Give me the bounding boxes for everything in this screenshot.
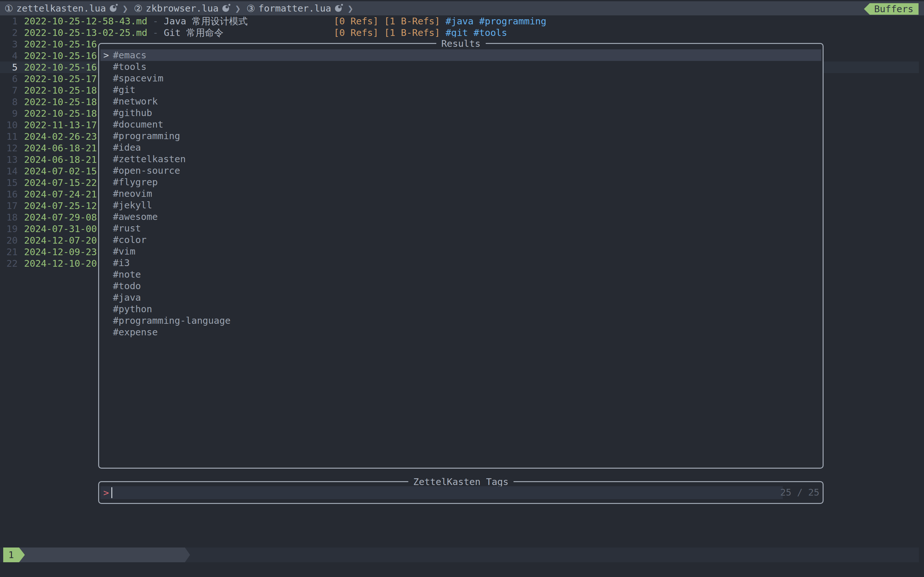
tag-result-item[interactable]: #spacevim: [100, 73, 821, 84]
results-panel: Results >#emacs#tools#spacevim#git#netwo…: [98, 43, 824, 469]
gutter-gap: [18, 61, 24, 73]
tag-label: #programming-language: [113, 315, 231, 326]
lua-icon: [110, 5, 116, 12]
gutter-gap: [18, 165, 24, 177]
note-filename: 2024-07-31-00: [24, 223, 97, 235]
tag-result-item[interactable]: #vim: [100, 245, 821, 257]
tag-label: #expense: [113, 327, 158, 338]
tab-ordinal: ②: [134, 3, 142, 14]
line-number: 9: [0, 108, 18, 119]
tab-number: 1: [8, 550, 14, 560]
tag-result-item[interactable]: #note: [100, 269, 821, 280]
line-number: 3: [0, 39, 18, 50]
chevron-right-icon: ❯: [122, 3, 128, 14]
tag-label: #github: [113, 107, 152, 118]
line-number: 20: [0, 235, 18, 246]
gutter-gap: [18, 142, 24, 154]
tag-label: #tools: [113, 61, 147, 72]
line-number: 16: [0, 189, 18, 200]
tag-result-item[interactable]: #awesome: [100, 211, 821, 222]
tag-result-item[interactable]: #programming-language: [100, 315, 821, 326]
search-input[interactable]: >: [100, 486, 783, 499]
tag-label: #vim: [113, 246, 136, 257]
tag-label: #todo: [113, 280, 141, 292]
tag-result-item[interactable]: #i3: [100, 257, 821, 269]
tag-result-item[interactable]: #jekyll: [100, 199, 821, 211]
note-meta: [0 Refs] [1 B-Refs]#java #programming: [334, 15, 546, 27]
gutter-gap: [18, 50, 24, 61]
tag-result-item[interactable]: #expense: [100, 326, 821, 338]
buffers-badge-label: Buffers: [874, 3, 913, 15]
gutter-gap: [18, 211, 24, 223]
buffers-badge[interactable]: Buffers: [864, 3, 919, 15]
chevron-right-icon: ❯: [235, 3, 241, 14]
tab-ordinal: ③: [246, 3, 255, 14]
line-number: 12: [0, 142, 18, 154]
line-number: 8: [0, 96, 18, 108]
note-filename: 2022-11-13-17: [24, 119, 97, 131]
tab-buffer-formatter.lua[interactable]: ③formatter.lua: [246, 3, 342, 14]
gutter-gap: [18, 73, 24, 85]
tag-result-item[interactable]: #document: [100, 119, 821, 130]
note-refs: [0 Refs] [1 B-Refs]: [334, 16, 440, 27]
note-filename: 2022-10-25-17: [24, 73, 97, 85]
tag-result-item[interactable]: #java: [100, 292, 821, 303]
tag-result-item[interactable]: #flygrep: [100, 176, 821, 188]
note-filename: 2024-12-10-20: [24, 258, 97, 269]
gutter-gap: [18, 85, 24, 96]
tag-result-item[interactable]: #color: [100, 234, 821, 245]
line-number: 11: [0, 131, 18, 142]
tag-result-item[interactable]: >#emacs: [100, 49, 821, 61]
tag-label: #network: [113, 96, 158, 107]
tab-ordinal: ①: [5, 3, 13, 14]
tag-label: #neovim: [113, 188, 152, 199]
results-list: >#emacs#tools#spacevim#git#network#githu…: [100, 49, 821, 338]
tag-result-item[interactable]: #neovim: [100, 188, 821, 199]
gutter-gap: [18, 39, 24, 50]
tag-label: #java: [113, 292, 141, 303]
tag-result-item[interactable]: #idea: [100, 142, 821, 153]
tag-label: #emacs: [113, 50, 147, 61]
tab-label: zettelkasten.lua: [16, 3, 106, 14]
tag-label: #rust: [113, 223, 141, 234]
tag-label: #programming: [113, 131, 180, 141]
tag-result-item[interactable]: #github: [100, 107, 821, 119]
note-filename: 2024-07-15-22: [24, 177, 97, 189]
buffer-line[interactable]: 12022-10-25-12-58-43.md-Java 常用设计模式[0 Re…: [0, 15, 924, 27]
text-cursor: [111, 487, 112, 498]
note-tags: #git #tools: [446, 27, 507, 38]
status-buffer-name[interactable]: Zettelkasten Browser: [19, 548, 190, 562]
statusline: 1 Zettelkasten Browser: [0, 548, 919, 562]
tag-result-item[interactable]: #rust: [100, 222, 821, 234]
tag-label: #open-source: [113, 165, 180, 176]
tab-buffer-zettelkasten.lua[interactable]: ①zettelkasten.lua: [5, 3, 116, 14]
gutter-gap: [18, 108, 24, 119]
note-meta: [0 Refs] [1 B-Refs]#git #tools: [334, 27, 507, 39]
note-filename: 2022-10-25-12-58-43.md: [24, 15, 147, 27]
note-filename: 2022-10-25-16: [24, 39, 97, 50]
tab-buffer-zkbrowser.lua[interactable]: ②zkbrowser.lua: [134, 3, 229, 14]
tag-result-item[interactable]: #open-source: [100, 165, 821, 176]
note-filename: 2024-07-25-12: [24, 200, 97, 211]
tag-label: #flygrep: [113, 177, 158, 187]
tab-list: ①zettelkasten.lua❯②zkbrowser.lua❯③format…: [5, 1, 359, 15]
tag-result-item[interactable]: #todo: [100, 280, 821, 292]
tag-result-item[interactable]: #network: [100, 95, 821, 107]
gutter-gap: [18, 246, 24, 258]
tag-result-item[interactable]: #git: [100, 84, 821, 95]
tag-label: #note: [113, 269, 141, 280]
tag-label: #git: [113, 84, 136, 95]
line-number: 7: [0, 85, 18, 96]
tag-result-item[interactable]: #tools: [100, 61, 821, 73]
tab-label: formatter.lua: [258, 3, 331, 14]
note-filename: 2024-02-26-23: [24, 131, 97, 142]
tag-result-item[interactable]: #programming: [100, 130, 821, 142]
lua-icon-hole: [113, 6, 115, 8]
tag-result-item[interactable]: #zettelkasten: [100, 153, 821, 165]
note-filename: 2024-06-18-21: [24, 142, 97, 154]
note-filename: 2024-07-24-21: [24, 189, 97, 200]
line-number: 1: [0, 15, 18, 27]
note-filename: 2022-10-25-16: [24, 61, 97, 73]
tag-result-item[interactable]: #python: [100, 303, 821, 315]
buffer-line[interactable]: 22022-10-25-13-02-25.md-Git 常用命令[0 Refs]…: [0, 27, 924, 39]
